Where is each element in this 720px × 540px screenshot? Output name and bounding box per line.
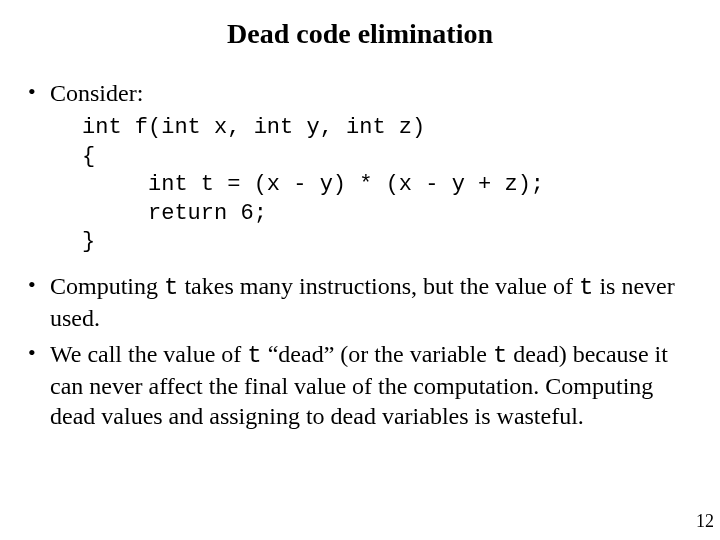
text: takes many instructions, but the value o… xyxy=(178,273,579,299)
page-number: 12 xyxy=(696,511,714,532)
bullet-list: Consider: xyxy=(26,78,694,108)
code-inline-t: t xyxy=(247,342,261,369)
bullet-list-2: Computing t takes many instructions, but… xyxy=(26,271,694,431)
bullet-computing: Computing t takes many instructions, but… xyxy=(26,271,694,333)
text: We call the value of xyxy=(50,341,247,367)
text: Computing xyxy=(50,273,164,299)
slide: Dead code elimination Consider: int f(in… xyxy=(0,0,720,540)
bullet-consider: Consider: xyxy=(26,78,694,108)
code-inline-t: t xyxy=(493,342,507,369)
code-block: int f(int x, int y, int z) { int t = (x … xyxy=(82,114,694,257)
code-inline-t: t xyxy=(579,274,593,301)
slide-title: Dead code elimination xyxy=(26,18,694,50)
code-inline-t: t xyxy=(164,274,178,301)
bullet-dead: We call the value of t “dead” (or the va… xyxy=(26,339,694,431)
text: “dead” (or the variable xyxy=(262,341,493,367)
